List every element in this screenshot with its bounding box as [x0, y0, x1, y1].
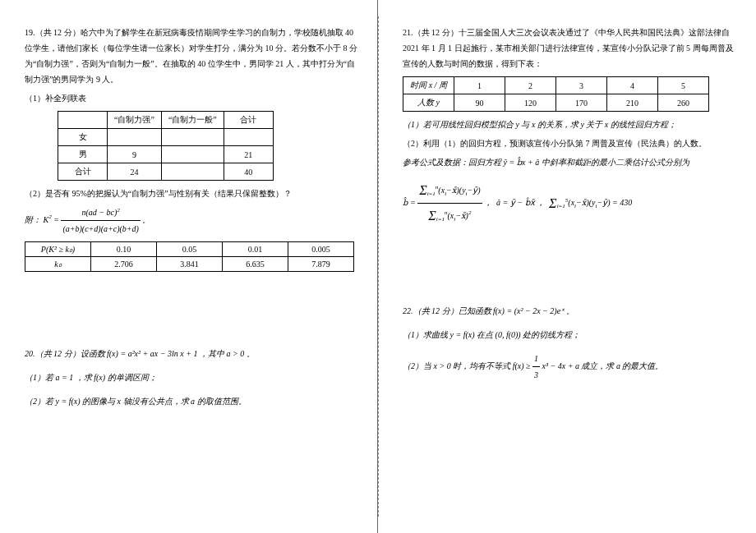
wt-r1: 90: [454, 94, 505, 112]
q20-sub2: （2）若 y = f(x) 的图像与 x 轴没有公共点，求 a 的取值范围。: [25, 393, 361, 409]
q19-formula: 附： K2 = n(ad − bc)2 (a+b)(c+d)(a+c)(b+d)…: [25, 204, 361, 237]
q22-sub2b: x³ − 4x + a 成立，求 a 的最大值。: [542, 361, 664, 370]
kt-r1c4: 7.879: [288, 257, 354, 272]
q20-sub1: （1）若 a = 1 ，求 f(x) 的单调区间；: [25, 370, 361, 385]
kt-r0c1: 0.10: [91, 242, 157, 257]
t1-r1c3: 21: [224, 146, 273, 163]
q19-contingency-table: “自制力强” “自制力一般” 合计 女 男 9 21 合计 24 40: [58, 111, 274, 181]
q21-data-table: 时间 x / 周 1 2 3 4 5 人数 y 90 120 170 210 2…: [403, 76, 709, 112]
t1-r0c3: [224, 129, 273, 146]
wt-r5: 260: [658, 94, 709, 112]
q21-sub2: （2）利用（1）的回归方程，预测该宣传小分队第 7 周普及宣传（民法典）的人数。: [403, 136, 740, 151]
q19-note: 附：: [25, 215, 41, 224]
q19-heading: 19.（共 12 分）哈六中为了解学生在新冠病毒疫情期间学生学习的自制力，学校随…: [25, 25, 361, 87]
kt-r1c1: 2.706: [91, 257, 157, 272]
wt-r2: 120: [505, 94, 556, 112]
t1-r2c3: 40: [224, 163, 273, 181]
q21-ref: 参考公式及数据：回归方程 ŷ = b̂x + â 中斜率和截距的最小二乘估计公式…: [403, 154, 740, 170]
q21-heading: 21.（共 12 分）十三届全国人大三次会议表决通过了《中华人民共和国民法典》这…: [403, 25, 740, 71]
q20-heading: 20.（共 12 分）设函数 f(x) = a²x² + ax − 3ln x …: [25, 346, 361, 361]
wt-h1: 1: [454, 77, 505, 94]
wt-h5: 5: [658, 77, 709, 94]
wt-h4: 4: [607, 77, 658, 94]
t1-r2c2: [161, 163, 224, 181]
wt-h0: 时间 x / 周: [403, 77, 454, 94]
wt-r0: 人数 y: [403, 94, 454, 112]
q22-heading: 22.（共 12 分）已知函数 f(x) = (x² − 2x − 2)eˣ 。: [403, 303, 740, 319]
wt-r3: 170: [556, 94, 607, 112]
q19-sub2: （2）是否有 95%的把握认为“自制力强”与性别有关（结果只保留整数）？: [25, 186, 361, 201]
q21-formula: b̂ = Σi=1n(xi−x̄)(yi−ȳ) Σi=1n(xi−x̄)2 ， …: [403, 178, 740, 229]
q19-sub1: （1）补全列联表: [25, 90, 361, 106]
t1-r1c1: 9: [108, 146, 162, 163]
q22-sub2: （2）当 x > 0 时，均有不等式 f(x) ≥ 13 x³ − 4x + a…: [403, 351, 740, 383]
kt-r1c3: 6.635: [223, 257, 288, 272]
q22-sub2a: （2）当 x > 0 时，均有不等式 f(x) ≥: [403, 361, 532, 370]
t1-r0c1: [108, 129, 162, 146]
t1-h3: 合计: [224, 112, 273, 129]
t1-h0: [58, 112, 108, 129]
kt-r0c2: 0.05: [157, 242, 223, 257]
t1-r2c1: 24: [108, 163, 162, 181]
t1-r0c2: [161, 129, 224, 146]
kt-r0c4: 0.005: [288, 242, 354, 257]
kt-r0c0: P(K² ≥ k₀): [25, 242, 91, 257]
t1-r1c0: 男: [58, 146, 108, 163]
wt-h2: 2: [505, 77, 556, 94]
kt-r0c3: 0.01: [223, 242, 288, 257]
kt-r1c2: 3.841: [157, 257, 223, 272]
t1-r2c0: 合计: [58, 163, 108, 181]
q19-k-table: P(K² ≥ k₀) 0.10 0.05 0.01 0.005 k₀ 2.706…: [25, 241, 354, 272]
q22-sub1: （1）求曲线 y = f(x) 在点 (0, f(0)) 处的切线方程；: [403, 327, 740, 342]
wt-r4: 210: [607, 94, 658, 112]
t1-h1: “自制力强”: [108, 112, 162, 129]
t1-r1c2: [161, 146, 224, 163]
kt-r1c0: k₀: [25, 257, 91, 272]
t1-h2: “自制力一般”: [161, 112, 224, 129]
wt-h3: 3: [556, 77, 607, 94]
q21-sumval: 430: [620, 198, 632, 207]
t1-r0c0: 女: [58, 129, 108, 146]
q21-sub1: （1）若可用线性回归模型拟合 y 与 x 的关系，求 y 关于 x 的线性回归方…: [403, 117, 740, 132]
